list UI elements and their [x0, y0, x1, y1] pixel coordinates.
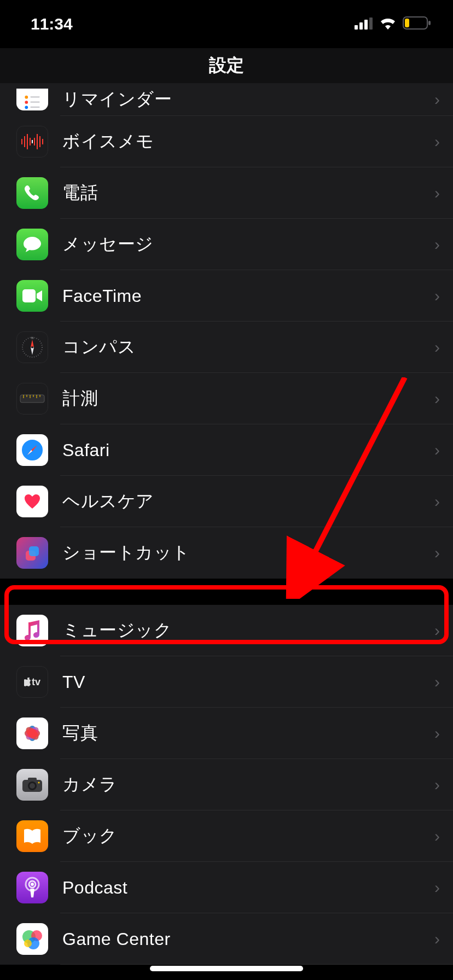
row-label: Game Center: [62, 929, 433, 949]
compass-icon: N: [16, 331, 48, 363]
chevron-right-icon: ›: [433, 492, 453, 511]
gamecenter-icon: [16, 923, 48, 955]
row-reminders[interactable]: リマインダー ›: [0, 83, 453, 116]
svg-point-7: [25, 96, 28, 99]
row-messages[interactable]: メッセージ ›: [0, 219, 453, 270]
tv-glyph-text: tv: [32, 676, 40, 687]
cellular-icon: [355, 15, 373, 33]
svg-rect-23: [22, 289, 36, 302]
svg-point-56: [31, 883, 34, 886]
svg-rect-1: [359, 22, 363, 30]
messages-icon: [16, 229, 48, 260]
row-label: FaceTime: [62, 286, 433, 306]
svg-point-53: [38, 782, 40, 784]
row-camera[interactable]: カメラ ›: [0, 759, 453, 810]
chevron-right-icon: ›: [433, 287, 453, 305]
row-label: リマインダー: [62, 88, 433, 112]
row-label: ミュージック: [62, 619, 433, 643]
nav-bar: 設定: [0, 48, 453, 83]
chevron-right-icon: ›: [433, 184, 453, 202]
row-compass[interactable]: N コンパス ›: [0, 322, 453, 373]
svg-rect-0: [355, 25, 358, 30]
chevron-right-icon: ›: [433, 389, 453, 408]
row-books[interactable]: ブック ›: [0, 810, 453, 862]
svg-point-52: [30, 783, 35, 789]
photos-icon: [16, 718, 48, 749]
svg-text:N: N: [31, 336, 33, 340]
svg-point-8: [25, 101, 28, 104]
svg-point-60: [24, 940, 32, 947]
row-label: コンパス: [62, 335, 433, 359]
reminders-icon: [16, 89, 48, 110]
annotation-arrow: [284, 377, 427, 599]
chevron-right-icon: ›: [433, 930, 453, 948]
wifi-icon: [379, 15, 397, 33]
svg-point-9: [25, 106, 28, 109]
chevron-right-icon: ›: [433, 673, 453, 691]
page-title: 設定: [209, 54, 244, 78]
chevron-right-icon: ›: [433, 724, 453, 743]
svg-rect-2: [364, 20, 368, 30]
settings-group-apps-2: ミュージック › tv TV › 写真 ›: [0, 605, 453, 965]
svg-rect-40: [29, 546, 39, 556]
chevron-right-icon: ›: [433, 235, 453, 254]
svg-marker-26: [31, 347, 34, 355]
phone-icon: [16, 177, 48, 209]
music-icon: [16, 615, 48, 646]
row-photos[interactable]: 写真 ›: [0, 708, 453, 759]
books-icon: [16, 820, 48, 852]
svg-rect-28: [20, 395, 44, 402]
svg-rect-11: [30, 102, 39, 103]
chevron-right-icon: ›: [433, 338, 453, 357]
camera-icon: [16, 769, 48, 801]
safari-icon: [16, 434, 48, 466]
row-label: ブック: [62, 824, 433, 848]
row-music[interactable]: ミュージック ›: [0, 605, 453, 656]
shortcuts-icon: [16, 537, 48, 569]
tv-icon: tv: [16, 666, 48, 698]
row-podcast[interactable]: Podcast ›: [0, 862, 453, 913]
status-bar: 11:34: [0, 0, 453, 48]
chevron-right-icon: ›: [433, 90, 453, 109]
row-label: ボイスメモ: [62, 130, 433, 154]
row-label: メッセージ: [62, 232, 433, 256]
row-phone[interactable]: 電話 ›: [0, 167, 453, 219]
voicememo-icon: [16, 126, 48, 158]
chevron-right-icon: ›: [433, 441, 453, 459]
chevron-right-icon: ›: [433, 827, 453, 845]
svg-rect-5: [405, 19, 409, 27]
row-label: TV: [62, 672, 433, 692]
svg-rect-50: [28, 778, 37, 781]
row-label: 電話: [62, 181, 433, 205]
svg-marker-25: [31, 340, 34, 347]
row-label: カメラ: [62, 773, 433, 797]
measure-icon: [16, 383, 48, 415]
row-voicememo[interactable]: ボイスメモ ›: [0, 116, 453, 167]
status-time: 11:34: [31, 15, 73, 33]
status-icons: [355, 15, 431, 33]
svg-rect-12: [30, 107, 39, 108]
row-tv[interactable]: tv TV ›: [0, 656, 453, 708]
podcast-icon: [16, 872, 48, 903]
home-indicator[interactable]: [150, 966, 303, 971]
svg-rect-3: [369, 18, 373, 30]
svg-rect-6: [428, 21, 431, 25]
chevron-right-icon: ›: [433, 878, 453, 897]
row-facetime[interactable]: FaceTime ›: [0, 270, 453, 322]
battery-icon: [403, 15, 431, 33]
chevron-right-icon: ›: [433, 621, 453, 640]
svg-rect-10: [30, 96, 39, 97]
chevron-right-icon: ›: [433, 544, 453, 562]
row-gamecenter[interactable]: Game Center ›: [0, 913, 453, 965]
svg-line-61: [301, 377, 405, 580]
facetime-icon: [16, 280, 48, 312]
chevron-right-icon: ›: [433, 132, 453, 151]
health-icon: [16, 486, 48, 517]
row-label: 写真: [62, 721, 433, 745]
chevron-right-icon: ›: [433, 775, 453, 794]
row-label: Podcast: [62, 878, 433, 898]
